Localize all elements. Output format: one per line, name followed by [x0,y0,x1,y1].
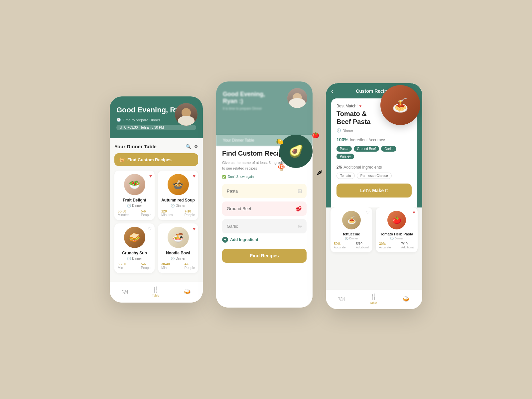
accuracy-label: Ingredient Accuracy [350,138,385,142]
add-ingredient-label: Add Ingredient [230,237,258,242]
nav-home[interactable]: 🍽 [122,288,128,295]
s3-bottom-nav: 🍽 🍴 Table 🍛 [326,290,422,309]
other-card-fettuccine[interactable]: ♡ 🍝 fettuccine 🕐 Dinner 50% Accurate 5/1… [331,207,372,252]
other-meal-fettuccine: 🕐 Dinner [334,237,369,240]
tag-beef: Ground Beef [354,146,379,152]
other-name-fettuccine: fettuccine [334,232,369,236]
additional-count: 2/6 [336,165,342,170]
dont-show-row[interactable]: ✅ Don't Show again [222,175,307,179]
pasta-label: Pasta [227,189,238,194]
recipe-img-crunchy: 🥪 [124,227,145,248]
add-tag-parmesan: Parmesan Cheese [357,173,392,179]
s2-blurred-header: Good Evening,Ryan :) It is time to prepa… [216,81,313,135]
circle-check-icon: ✅ [222,175,226,179]
lets-make-label: Let's Make It [360,188,388,193]
s3-meal-label: Dinner [342,129,353,133]
heart-icon-autumn[interactable]: ♥ [193,173,196,179]
clock-icon-crunchy: 🕐 [127,257,131,260]
ingredient-garlic[interactable]: Garlic ⊕ [222,219,307,233]
dont-show-label: Don't Show again [228,175,254,179]
heart-icon-noodle[interactable]: ♥ [193,226,196,231]
recipe-name-noodle: Noodle Bowl [161,251,195,255]
screens-container: Good Evening, Ryan :) 🕐 Time to prepare … [110,90,422,309]
recipe-stats-autumn: 120 Minutes 7-10 People [161,209,195,217]
clock-icon-noodle: 🕐 [171,257,175,260]
recipe-card-crunchy-sub[interactable]: ♡ 🥪 Crunchy Sub 🕐 Dinner 50-60 Min 5-6 [114,223,155,273]
recipe-stats-noodle: 30-40 Min 4-6 People [161,262,195,270]
s2-body: Find Custom Recipes Give us the name of … [216,143,313,308]
heart-icon-fettuccine[interactable]: ♡ [366,210,370,215]
ingredient-tags: Pasta Ground Beef Garlic Parsley [336,146,412,159]
search-icon[interactable]: 🔍 [186,144,191,149]
recipe-meal-fruit: 🕐 Dinner [118,204,151,207]
s3-header: ‹ Custom Recipes 🍝 Best Match! ♥ Tomato … [326,83,422,207]
tag-parsley: Parsley [336,154,354,159]
clock-icon-autumn: 🕐 [171,204,175,207]
recipe-card-autumn-soup[interactable]: ♥ 🍲 Autumn red Soup 🕐 Dinner 120 Minutes [158,171,198,220]
s3-nav-menu[interactable]: 🍛 [402,295,410,303]
recipe-card-noodle-bowl[interactable]: ♥ 🍜 Noodle Bowl 🕐 Dinner 30-40 Min 4-6 [158,223,198,273]
s2-main-title: Find Custom Recipes [222,149,307,157]
s3-accuracy: 100% Ingredient Accuracy [336,137,412,143]
other-card-tomato-herb[interactable]: ♥ 🍅 Tomato Herb Pasta 🕐 Dinner 30% Accur… [376,207,418,252]
heart-icon-fruit[interactable]: ♥ [149,173,152,179]
find-recipes-label: Find Recipes [250,253,279,258]
add-ingredient-row[interactable]: + Add Ingredient [222,237,307,243]
lets-make-button[interactable]: Let's Make It [336,184,412,198]
additional-label: Additional Ingredients [343,165,382,170]
recipe-stats-crunchy: 50-60 Min 5-6 People [118,262,151,270]
recipe-card-fruit-delight[interactable]: ♥ 🥗 Fruit Delight 🕐 Dinner 50-60 Minutes [114,171,155,220]
dinner-table-label: Your Dinner Table [114,144,157,149]
find-recipes-button[interactable]: Find Recipes [222,249,307,263]
s1-header: Good Evening, Ryan :) 🕐 Time to prepare … [110,96,203,138]
s3-meal-row: 🕐 Dinner [336,128,412,133]
s3-additional: 2/6 Additional Ingredients [336,164,412,170]
filter-icon[interactable]: ⚙ [194,144,198,149]
recipe-name-autumn: Autumn red Soup [161,198,195,202]
s2-mid-text: Your Dinner Table [223,138,306,143]
s3-food-image: 🍝 [380,85,420,125]
time-label: Time to prepare Dinner [123,118,160,122]
add-tag-tomato: Tomato [336,173,355,179]
find-btn-label: Find Custom Recipes [127,157,172,162]
heart-icon-crunchy[interactable]: ♡ [148,226,152,231]
other-img-tomato-herb: 🍅 [387,211,406,229]
s1-body: Your Dinner Table 🔍 ⚙ 🧺 Find Custom Reci… [110,138,203,282]
section-title: Your Dinner Table 🔍 ⚙ [114,144,198,149]
other-meal-tomato-herb: 🕐 Dinner [379,237,414,240]
veggie-pepper: 🌶 [317,169,323,176]
s2-subtitle: Give us the name of at least 3 ingredien… [222,160,307,171]
s3-nav-table[interactable]: 🍴 Table [370,293,377,305]
ingredient-beef[interactable]: Ground Beef 🥩 [222,201,307,216]
s3-best-match-card: 🍝 Best Match! ♥ Tomato &Beef Pasta 🕐 Din… [331,98,417,207]
other-stats-fettuccine: 50% Accurate 5/10 Additional [334,242,369,249]
basket-icon: 🧺 [119,157,125,162]
clock-icon: 🕐 [116,118,121,122]
s3-nav-home[interactable]: 🍽 [338,296,344,303]
recipe-meal-crunchy: 🕐 Dinner [118,257,151,260]
best-match-text: Best Match! [336,104,357,108]
tag-garlic: Garlic [381,146,396,152]
additional-tags: Tomato Parmesan Cheese [336,173,412,179]
beef-label: Ground Beef [227,206,251,211]
clock-icon-fruit: 🕐 [127,204,131,207]
heart-icon-tomato-herb[interactable]: ♥ [413,210,415,215]
ingredient-pasta[interactable]: Pasta ⊞ [222,184,307,198]
back-button[interactable]: ‹ [331,88,333,95]
recipe-meal-noodle: 🕐 Dinner [161,257,195,260]
veggie-tomato: 🍅 [312,131,319,139]
s2-avatar-person [287,88,307,108]
avatar [175,103,198,126]
recipe-stats-fruit: 50-60 Minutes 5-6 People [118,209,151,217]
nav-table[interactable]: 🍴 Table [152,286,159,297]
nav-menu[interactable]: 🍛 [184,288,191,295]
tag-pasta: Pasta [336,146,352,152]
s3-nav-table-label: Table [370,301,377,305]
beef-icon: 🥩 [295,205,302,212]
garlic-icon: ⊕ [298,223,302,229]
find-custom-recipes-button[interactable]: 🧺 Find Custom Recipes [114,153,198,166]
screen2: Good Evening,Ryan :) It is time to prepa… [216,81,313,308]
other-img-fettuccine: 🍝 [342,211,361,229]
nav-table-label: Table [152,294,159,297]
s3-body-scroll: ♡ 🍝 fettuccine 🕐 Dinner 50% Accurate 5/1… [326,207,422,290]
